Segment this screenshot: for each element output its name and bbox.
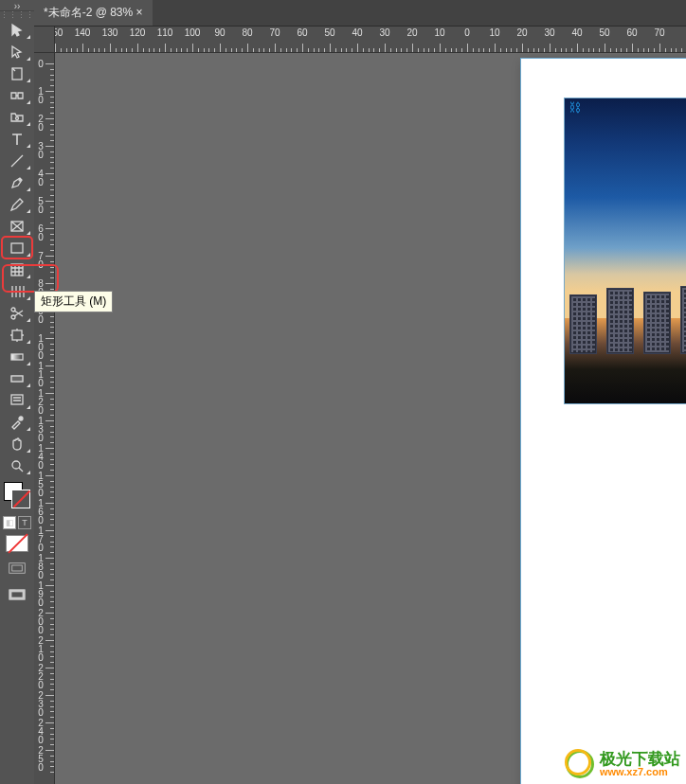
scissors-tool[interactable] [2,302,32,324]
direct-selection-tool[interactable] [2,41,32,62]
free-transform-tool[interactable] [2,324,32,346]
fill-stroke-swatch[interactable] [2,480,32,514]
svg-rect-5 [11,264,23,276]
svg-point-14 [12,461,20,469]
svg-rect-16 [12,565,23,571]
polygon-tool[interactable] [2,258,32,280]
image-buildings [565,269,686,354]
ruler-vertical[interactable]: 01 02 03 04 05 06 07 08 09 01 0 01 1 01 … [34,53,55,784]
workspace: *未命名-2 @ 83% × 1501401301201101009080706… [34,0,686,784]
ruler-horizontal[interactable]: 1501401301201101009080706050403020100102… [55,27,686,52]
tool-panel: ›› ⋮⋮⋮⋮ ◧ T [0,0,34,784]
hand-tool[interactable] [2,433,32,454]
selection-tool[interactable] [2,19,32,41]
rectangle-tool[interactable] [2,237,32,258]
document-tab[interactable]: *未命名-2 @ 83% × [34,0,153,26]
svg-rect-8 [12,330,22,340]
gradient-swatch-tool[interactable] [2,346,32,367]
document-tab-bar: *未命名-2 @ 83% × [34,0,686,27]
pencil-tool[interactable] [2,193,32,215]
gap-tool[interactable] [2,84,32,106]
watermark: 极光下载站 www.xz7.com [566,750,680,778]
canvas-area[interactable]: ⛓ 极光下载站 www.xz7.com [55,53,686,784]
screen-mode-button[interactable] [3,558,31,579]
type-tool[interactable] [2,128,32,150]
svg-rect-15 [9,563,26,574]
svg-point-13 [19,417,23,420]
pen-tool[interactable] [2,171,32,193]
svg-point-1 [16,116,19,119]
main-row: 01 02 03 04 05 06 07 08 09 01 0 01 1 01 … [34,53,686,784]
ruler-origin-corner[interactable] [34,27,55,52]
formatting-text-button[interactable]: T [18,516,31,529]
default-fill-stroke[interactable] [6,535,28,552]
svg-rect-12 [11,395,23,404]
panel-gripper[interactable]: ⋮⋮⋮⋮ [0,11,34,19]
rectangle-frame-tool[interactable] [2,215,32,237]
stroke-swatch[interactable] [11,490,30,508]
tool-tooltip: 矩形工具 (M) [34,291,113,312]
formatting-container-button[interactable]: ◧ [3,516,16,529]
svg-rect-18 [11,592,23,597]
svg-rect-4 [11,243,23,253]
page-tool[interactable] [2,62,32,84]
svg-point-2 [19,179,21,181]
watermark-text: 极光下载站 www.xz7.com [600,751,680,777]
gradient-feather-tool[interactable] [2,367,32,389]
zoom-tool[interactable] [2,454,32,476]
container-format-row: ◧ T [2,516,32,529]
app-root: ›› ⋮⋮⋮⋮ ◧ T *未命名-2 @ 83% × 1501401301201… [0,0,686,784]
svg-rect-11 [11,376,23,382]
note-tool[interactable] [2,389,32,411]
column-tool[interactable] [2,280,32,302]
link-badge-icon: ⛓ [569,100,581,115]
svg-rect-9 [11,354,23,360]
placed-image[interactable]: ⛓ [565,98,686,403]
watermark-logo-icon [566,750,594,778]
content-collector-tool[interactable] [2,106,32,128]
line-tool[interactable] [2,150,32,171]
ruler-horizontal-wrap: 1501401301201101009080706050403020100102… [34,27,686,53]
eyedropper-tool[interactable] [2,411,32,433]
document-tab-title: *未命名-2 @ 83% × [44,5,143,21]
view-options-button[interactable] [3,584,31,605]
